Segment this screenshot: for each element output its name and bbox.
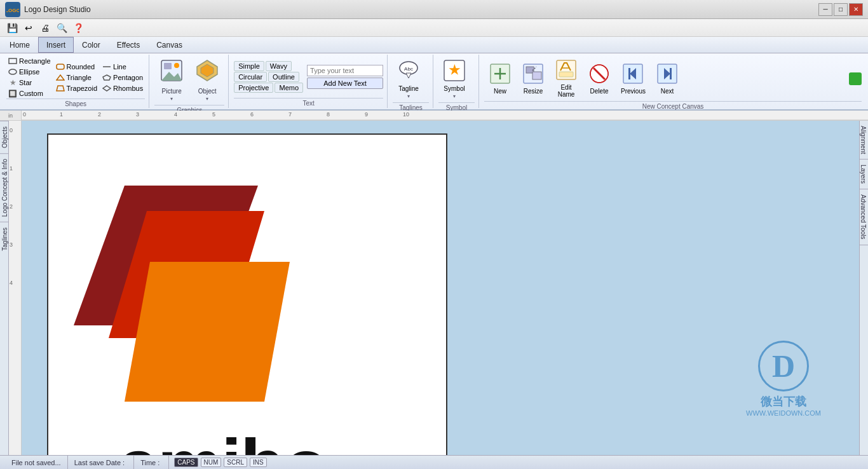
rounded-icon: [56, 62, 65, 71]
trapezoid-label: Trapezoid: [67, 85, 98, 92]
canvas-status-icon: [849, 72, 862, 85]
object-icon: [196, 59, 219, 86]
watermark: D 微当下载 WWW.WEIDOWN.COM: [746, 341, 821, 417]
canvas-indicator: [849, 72, 862, 85]
symbol-button[interactable]: ★ Symbol ▾: [438, 56, 470, 102]
maximize-button[interactable]: □: [834, 3, 848, 16]
object-button[interactable]: Object ▾: [190, 56, 224, 105]
previous-button[interactable]: Previous: [616, 56, 650, 101]
delete-label: Delete: [590, 88, 609, 95]
shape-ellipse[interactable]: Ellipse: [6, 67, 53, 77]
add-new-text-button[interactable]: Add New Text: [307, 78, 383, 89]
menu-home[interactable]: Home: [1, 37, 38, 53]
key-indicators: CAPS NUM SCRL INS: [169, 458, 271, 467]
svg-rect-26: [532, 72, 541, 79]
minimize-button[interactable]: ─: [818, 3, 832, 16]
watermark-circle: D: [758, 341, 809, 391]
window-controls: ─ □ ✕: [818, 3, 863, 16]
svg-text:Abc: Abc: [404, 66, 413, 72]
undo-button[interactable]: ↩: [22, 21, 36, 35]
shape-rectangle[interactable]: Rectangle: [6, 56, 53, 66]
shapes-col-3: Line Pentagon Rhombus: [100, 62, 145, 93]
ruler-container: in // Ruler marks will be rendered via J…: [0, 111, 868, 121]
svg-text:★: ★: [449, 63, 461, 77]
previous-label: Previous: [621, 88, 646, 95]
app-title: Logo Design Studio: [24, 5, 818, 14]
layers-panel-tab[interactable]: Layers: [860, 160, 868, 189]
tagline-button[interactable]: Abc Tagline ▾: [393, 56, 424, 102]
new-canvas-button[interactable]: New: [484, 56, 516, 101]
text-outline-button[interactable]: Outline: [268, 72, 299, 82]
canvas-content: New Resize: [484, 56, 862, 101]
canvas-group-label: New Concept Canvas: [484, 101, 862, 110]
picture-label: Picture: [162, 88, 182, 95]
text-projective-button[interactable]: Projective: [234, 83, 273, 93]
resize-button[interactable]: Resize: [517, 56, 549, 101]
edit-name-button[interactable]: EditName: [550, 56, 582, 101]
objects-panel-tab[interactable]: Objects: [0, 121, 8, 153]
rectangle-icon: [8, 57, 17, 65]
picture-button[interactable]: Picture ▾: [154, 56, 189, 105]
shapes-content: Rectangle Ellipse ★ Star 🔲 Custom: [6, 56, 145, 99]
svg-marker-9: [103, 86, 111, 91]
custom-label: Custom: [19, 90, 43, 97]
right-panels: Alignment Layers Advanced Tools: [859, 121, 868, 455]
text-content: Simple Wavy Circular Outline Projective …: [234, 56, 383, 98]
text-memo-button[interactable]: Memo: [275, 83, 303, 93]
ruler-vertical: 0 1 2 3 4: [9, 121, 22, 455]
shape-rounded[interactable]: Rounded: [54, 62, 100, 72]
file-status-section: File not saved...: [5, 456, 68, 469]
svg-rect-29: [559, 72, 573, 77]
ruler-corner: in: [0, 111, 22, 120]
ribbon: Rectangle Ellipse ★ Star 🔲 Custom: [0, 53, 868, 111]
close-button[interactable]: ✕: [849, 3, 863, 16]
logo-concept-panel-tab[interactable]: Logo Concept & Info: [0, 153, 8, 222]
resize-label: Resize: [524, 88, 543, 95]
symbol-dropdown-icon: ▾: [453, 93, 456, 99]
menu-effects[interactable]: Effects: [109, 37, 148, 53]
svg-marker-5: [57, 75, 64, 80]
save-button[interactable]: 💾: [5, 21, 19, 35]
symbol-label: Symbol: [444, 85, 465, 92]
tagline-dropdown-icon: ▾: [407, 93, 410, 99]
ellipse-label: Ellipse: [19, 68, 39, 76]
shape-rhombus[interactable]: Rhombus: [100, 83, 145, 93]
svg-point-3: [9, 69, 17, 74]
shape-triangle[interactable]: Triangle: [54, 72, 100, 83]
shape-star[interactable]: ★ Star: [6, 78, 53, 88]
custom-icon: 🔲: [8, 89, 17, 98]
help-button[interactable]: ❓: [71, 21, 85, 35]
shapes-group-label: Shapes: [6, 99, 145, 107]
zoom-button[interactable]: 🔍: [55, 21, 69, 35]
taglines-panel-tab[interactable]: Taglines: [0, 222, 8, 256]
main-area: Objects Logo Concept & Info Taglines 0 1…: [0, 121, 868, 455]
last-save-section: Last save Date :: [68, 456, 135, 469]
text-simple-button[interactable]: Simple: [234, 61, 264, 71]
next-button[interactable]: Next: [651, 56, 683, 101]
trapezoid-icon: [56, 84, 65, 93]
text-circular-button[interactable]: Circular: [234, 72, 267, 82]
shape-line[interactable]: Line: [100, 62, 145, 72]
menu-insert[interactable]: Insert: [38, 37, 74, 53]
shape-custom[interactable]: 🔲 Custom: [6, 88, 53, 99]
taglines-group-label: Taglines: [393, 102, 429, 111]
alignment-panel-tab[interactable]: Alignment: [860, 121, 868, 160]
menu-canvas[interactable]: Canvas: [148, 37, 191, 53]
menu-color[interactable]: Color: [74, 37, 109, 53]
text-wavy-button[interactable]: Wavy: [266, 61, 292, 71]
object-dropdown-icon: ▾: [206, 96, 208, 102]
star-label: Star: [19, 79, 32, 86]
delete-button[interactable]: Delete: [583, 56, 615, 101]
text-input[interactable]: [307, 65, 383, 76]
last-save-label: Last save Date :: [74, 459, 125, 466]
shape-trapezoid[interactable]: Trapezoid: [54, 83, 100, 93]
advanced-tools-panel-tab[interactable]: Advanced Tools: [860, 189, 868, 245]
file-status: File not saved...: [11, 459, 61, 466]
time-label: Time :: [140, 459, 159, 466]
tagline-label: Tagline: [398, 85, 419, 92]
svg-marker-43: [125, 262, 290, 402]
shape-pentagon[interactable]: Pentagon: [100, 72, 145, 83]
text-types: Simple Wavy Circular Outline Projective …: [234, 61, 303, 93]
line-icon: [102, 62, 111, 71]
print-button[interactable]: 🖨: [38, 21, 52, 35]
